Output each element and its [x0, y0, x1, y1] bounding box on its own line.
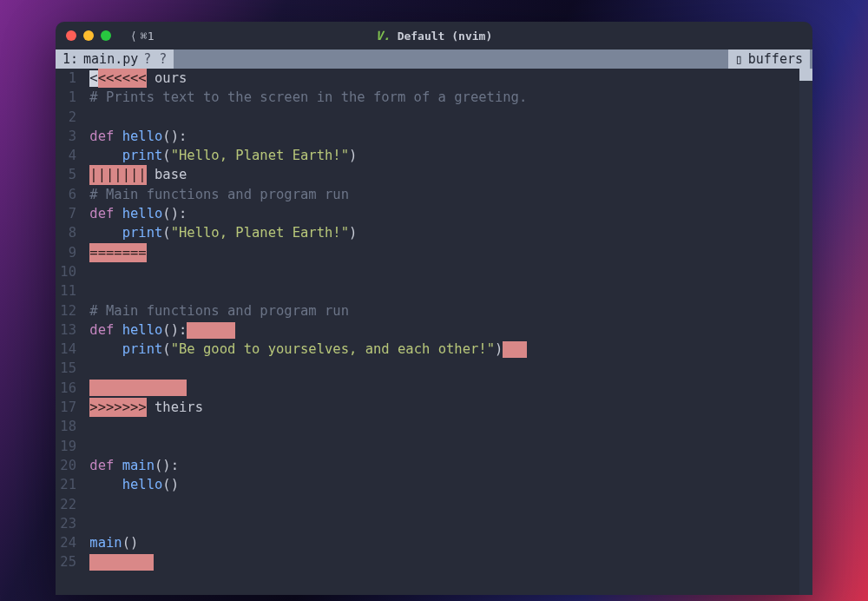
line-number: 13 — [56, 320, 82, 340]
line-number: 10 — [56, 262, 82, 281]
line-number: 8 — [56, 223, 82, 242]
line-number: 25 — [56, 552, 82, 571]
code-content[interactable]: <<<<<<< ours # Prints text to the screen… — [82, 69, 812, 595]
buffers-label-text: buffers — [748, 51, 803, 67]
close-icon[interactable] — [66, 30, 76, 41]
trailing-whitespace-highlight — [89, 380, 187, 396]
code-line[interactable] — [82, 552, 812, 571]
code-line[interactable]: ======= — [82, 243, 812, 262]
window-title: V. Default (nvim) — [376, 29, 492, 43]
traffic-lights — [66, 30, 111, 41]
trailing-whitespace-highlight — [187, 322, 235, 339]
code-line[interactable]: <<<<<<< ours — [82, 69, 812, 88]
minimize-icon[interactable] — [83, 30, 94, 41]
line-number: 6 — [56, 185, 82, 204]
code-line[interactable]: def hello(): — [82, 127, 812, 146]
line-number: 18 — [56, 417, 82, 436]
document-icon: ▯ — [735, 51, 743, 67]
code-line[interactable]: >>>>>>> theirs — [82, 398, 812, 417]
trailing-whitespace-highlight — [503, 341, 527, 358]
buffer-index: 1: — [62, 51, 78, 67]
line-number: 11 — [56, 281, 82, 300]
code-line[interactable]: # Main functions and program run — [82, 185, 812, 204]
code-line[interactable] — [82, 359, 812, 378]
zoom-icon[interactable] — [101, 30, 111, 41]
buffer-filename: main.py — [83, 51, 138, 67]
line-number: 4 — [56, 146, 82, 165]
code-line[interactable]: hello() — [82, 475, 812, 494]
window-title-text: Default (nvim) — [398, 30, 493, 43]
code-line[interactable]: # Main functions and program run — [82, 301, 812, 320]
code-line[interactable] — [82, 262, 812, 281]
line-number: 24 — [56, 533, 82, 552]
line-number: 19 — [56, 437, 82, 456]
line-number: 3 — [56, 127, 82, 146]
line-number: 9 — [56, 243, 82, 262]
code-line[interactable] — [82, 379, 812, 398]
line-number: 23 — [56, 514, 82, 533]
buffer-tab-main[interactable]: 1: main.py ? ? — [56, 50, 174, 69]
line-number: 12 — [56, 301, 82, 320]
line-number: 1 — [56, 69, 82, 88]
terminal-window: ⟨ ⌘1 V. Default (nvim) 1: main.py ? ? ▯ … — [56, 22, 812, 595]
code-line[interactable]: print("Hello, Planet Earth!") — [82, 223, 812, 242]
conflict-marker-sep: ======= — [89, 243, 146, 262]
code-line[interactable] — [82, 437, 812, 456]
desktop-background: ⟨ ⌘1 V. Default (nvim) 1: main.py ? ? ▯ … — [0, 0, 868, 601]
line-number: 17 — [56, 398, 82, 417]
code-line[interactable]: def hello(): — [82, 204, 812, 223]
line-number: 20 — [56, 456, 82, 475]
code-line[interactable]: main() — [82, 533, 812, 552]
code-line[interactable] — [82, 514, 812, 533]
line-number-gutter: 1123456789101112131415161718192021222324… — [56, 69, 82, 595]
window-titlebar: ⟨ ⌘1 V. Default (nvim) — [56, 22, 812, 50]
line-number: 2 — [56, 108, 82, 127]
code-line[interactable]: ||||||| base — [82, 165, 812, 184]
cursor: < — [89, 70, 97, 87]
chevron-left-icon: ⟨ — [130, 30, 137, 43]
editor-area[interactable]: 1123456789101112131415161718192021222324… — [56, 69, 812, 595]
tab-shortcut-label: ⌘1 — [141, 30, 155, 43]
code-line[interactable]: def hello(): — [82, 320, 812, 340]
line-number: 7 — [56, 204, 82, 223]
line-number: 22 — [56, 495, 82, 514]
line-number: 16 — [56, 379, 82, 398]
line-number: 15 — [56, 359, 82, 378]
conflict-marker-base: ||||||| — [89, 165, 146, 184]
code-line[interactable]: # Prints text to the screen in the form … — [82, 88, 812, 107]
line-number: 14 — [56, 340, 82, 359]
code-line[interactable]: print("Be good to yourselves, and each o… — [82, 340, 812, 359]
line-number: 1 — [56, 88, 82, 107]
code-line[interactable]: print("Hello, Planet Earth!") — [82, 146, 812, 165]
code-line[interactable] — [82, 495, 812, 514]
vim-logo-icon: V. — [376, 29, 391, 43]
buffer-modified-icon: ? ? — [143, 51, 167, 67]
bufferline: 1: main.py ? ? ▯ buffers — [56, 50, 812, 69]
conflict-marker-theirs: >>>>>>> — [89, 398, 146, 417]
line-number: 5 — [56, 165, 82, 184]
conflict-marker-ours: <<<<<< — [98, 69, 147, 88]
window-tab-indicator: ⟨ ⌘1 — [130, 30, 154, 43]
scrollbar-thumb[interactable] — [799, 69, 812, 81]
scrollbar-track[interactable] — [799, 69, 812, 595]
code-line[interactable] — [82, 108, 812, 127]
buffers-picker[interactable]: ▯ buffers — [728, 50, 810, 69]
line-number: 21 — [56, 475, 82, 494]
trailing-whitespace-highlight — [89, 554, 154, 571]
code-line[interactable] — [82, 281, 812, 300]
code-line[interactable] — [82, 417, 812, 436]
code-line[interactable]: def main(): — [82, 456, 812, 475]
